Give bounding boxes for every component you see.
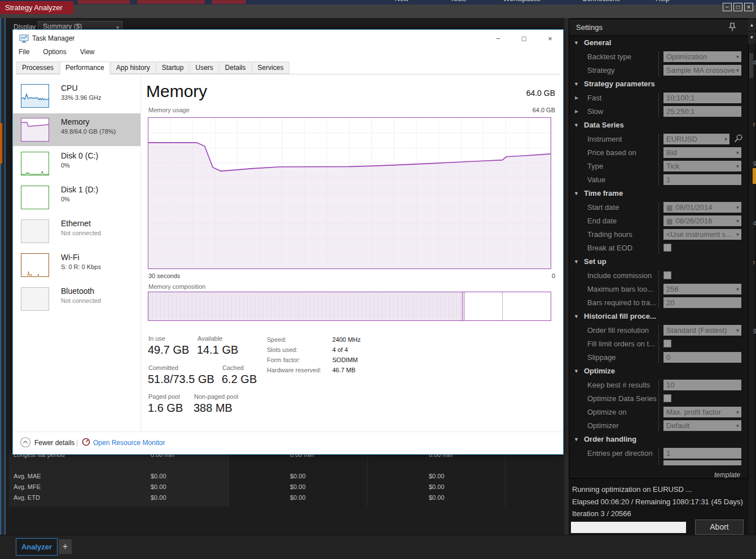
chevron-down-icon: ▼	[574, 437, 579, 442]
setting-row: Entries per direction 1	[569, 447, 748, 460]
sidebar-item-disk0[interactable]: Disk 0 (C:) 0%	[13, 147, 140, 180]
sidebar-item-ethernet[interactable]: Ethernet Not connected	[13, 215, 140, 248]
optimizer-dropdown[interactable]: Default ▾	[663, 420, 741, 431]
section-header-data-series[interactable]: ▼ Data Series	[569, 118, 748, 133]
section-header-historical-fill[interactable]: ▼ Historical fill proce...	[569, 310, 748, 324]
value-input[interactable]: 1	[663, 174, 741, 185]
type-dropdown[interactable]: Tick ▾	[663, 161, 741, 171]
section-header-general[interactable]: ▼ General	[569, 36, 748, 50]
start-date-picker[interactable]: ▦08/01/2014 ▾	[663, 202, 741, 213]
sidebar-item-memory[interactable]: Memory 49.8/64.0 GB (78%)	[13, 113, 140, 146]
tab-details[interactable]: Details	[219, 61, 252, 74]
setting-row: Optimizer Default ▾	[569, 419, 748, 433]
task-manager-title-bar[interactable]: Task Manager − □ ×	[13, 30, 563, 47]
memory-pane-title: Memory	[146, 82, 207, 101]
memory-composition-bar	[148, 292, 551, 321]
optimize-data-series-checkbox[interactable]	[663, 394, 671, 402]
keep-best-results-input[interactable]: 10	[663, 380, 741, 390]
menu-options[interactable]: Options	[43, 48, 66, 56]
maximize-button[interactable]: □	[511, 34, 537, 43]
input-value: 10;100;1	[666, 94, 695, 102]
expander-icon[interactable]: ▶	[575, 109, 578, 114]
tab-performance[interactable]: Performance	[60, 61, 110, 74]
section-header-strategy-parameters[interactable]: ▼ Strategy parameters	[569, 77, 748, 91]
trading-hours-dropdown[interactable]: <Use instrument s... ▾	[663, 229, 741, 240]
fewer-details-button[interactable]: Fewer details	[34, 439, 74, 447]
info-label: Form factor:	[267, 356, 300, 363]
close-button[interactable]: ×	[744, 3, 753, 11]
close-button[interactable]: ×	[537, 34, 563, 43]
scroll-down-button[interactable]: ▼	[748, 32, 755, 43]
clipped-window-fragment	[137, 0, 205, 4]
sidebar-item-title: Memory	[61, 117, 116, 126]
setting-row: Order fill resolution Standard (Fastest)…	[569, 324, 748, 337]
sidebar-item-title: Disk 0 (C:)	[61, 151, 98, 160]
order-fill-resolution-dropdown[interactable]: Standard (Fastest) ▾	[663, 325, 741, 336]
collapse-icon[interactable]	[20, 437, 31, 450]
input-value: 0	[666, 353, 670, 362]
instrument-dropdown[interactable]: EURUSD ▾	[663, 134, 729, 144]
memory-composition-in-use	[148, 292, 462, 320]
tab-analyzer[interactable]: Analyzer	[16, 538, 58, 556]
menu-item-workspaces[interactable]: Workspaces	[503, 0, 540, 3]
info-label: Slots used:	[267, 346, 297, 353]
fill-limit-orders-checkbox[interactable]	[663, 340, 671, 347]
open-resource-monitor-link[interactable]: Open Resource Monitor	[93, 439, 165, 447]
entries-per-direction-input[interactable]: 1	[663, 448, 741, 459]
info-value: 4 of 4	[332, 346, 348, 353]
pin-icon[interactable]	[729, 23, 736, 34]
tab-processes[interactable]: Processes	[16, 61, 59, 74]
sidebar-item-wifi[interactable]: Wi-Fi S: 0 R: 0 Kbps	[13, 249, 140, 281]
grid-row-label: Avg. MFE	[14, 483, 41, 490]
sidebar-item-disk1[interactable]: Disk 1 (D:) 0%	[13, 181, 140, 214]
setting-row: End date ▦08/26/2016 ▾	[569, 214, 748, 228]
menu-item-new[interactable]: New	[395, 0, 408, 3]
section-header-set-up[interactable]: ▼ Set up	[569, 255, 748, 269]
add-tab-button[interactable]: +	[59, 539, 72, 554]
section-header-time-frame[interactable]: ▼ Time frame	[569, 187, 748, 201]
scrollbar-thumb[interactable]	[749, 53, 753, 78]
strategy-dropdown[interactable]: Sample MA crossove ▾	[663, 65, 741, 76]
tab-users[interactable]: Users	[190, 61, 218, 74]
price-based-on-dropdown[interactable]: Bid ▾	[663, 147, 741, 158]
tab-services[interactable]: Services	[252, 61, 289, 74]
minimize-button[interactable]: −	[485, 34, 511, 43]
section-title: Optimize	[584, 367, 615, 375]
restore-button[interactable]: □	[733, 3, 742, 11]
tab-app-history[interactable]: App history	[111, 61, 156, 74]
stat-value: 49.7 GB	[148, 344, 189, 356]
info-value: 2400 MHz	[332, 336, 361, 343]
section-header-optimize[interactable]: ▼ Optimize	[569, 364, 748, 378]
include-commission-checkbox[interactable]	[663, 271, 671, 279]
fast-input[interactable]: 10;100;1	[663, 93, 741, 103]
settings-scrollbar[interactable]	[749, 18, 754, 535]
setting-row: Strategy Sample MA crossove ▾	[569, 64, 748, 77]
bars-required-input[interactable]: 20	[663, 297, 741, 308]
break-at-eod-checkbox[interactable]	[663, 244, 671, 252]
menu-item-help[interactable]: Help	[656, 0, 670, 3]
maximum-bars-dropdown[interactable]: 256 ▾	[663, 284, 741, 294]
optimize-on-dropdown[interactable]: Max. profit factor ▾	[663, 407, 741, 417]
setting-row: Break at EOD	[569, 241, 748, 255]
section-header-order-handling[interactable]: ▼ Order handling	[569, 433, 748, 447]
sidebar-item-bluetooth[interactable]: Bluetooth Not connected	[13, 283, 140, 315]
scroll-up-button[interactable]: ▲	[748, 20, 755, 31]
menu-item-tools[interactable]: Tools	[450, 0, 466, 3]
template-link[interactable]: template	[714, 471, 740, 479]
backtest-type-dropdown[interactable]: Optimization ▾	[663, 51, 741, 62]
end-date-picker[interactable]: ▦08/26/2016 ▾	[663, 215, 741, 226]
expander-icon[interactable]: ▶	[575, 95, 578, 100]
task-manager-menu-bar: File Options View	[19, 48, 95, 56]
menu-file[interactable]: File	[19, 48, 29, 56]
menu-view[interactable]: View	[80, 48, 95, 56]
slippage-input[interactable]: 0	[663, 352, 741, 363]
abort-button[interactable]: Abort	[695, 520, 744, 535]
sidebar-item-cpu[interactable]: CPU 33% 3.96 GHz	[13, 80, 140, 112]
tab-startup[interactable]: Startup	[156, 61, 190, 74]
slow-input[interactable]: 25;250;1	[663, 106, 741, 117]
grid-cell: $0.00	[290, 494, 306, 501]
memory-composition-label: Memory composition	[148, 283, 205, 290]
menu-item-connections[interactable]: Connections	[582, 0, 620, 3]
search-icon[interactable]	[733, 134, 743, 146]
minimize-button[interactable]: −	[723, 3, 732, 11]
